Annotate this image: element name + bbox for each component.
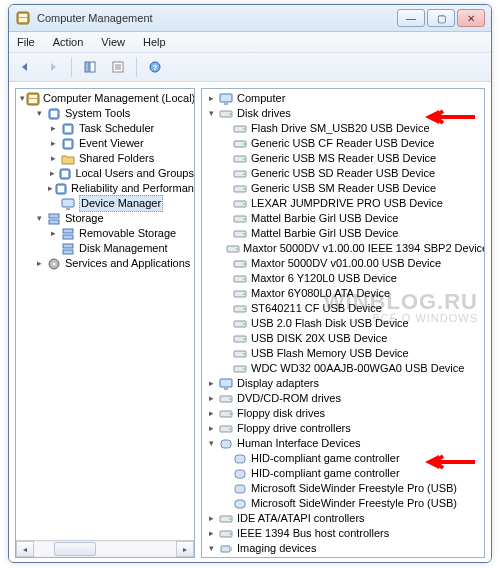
node-storage[interactable]: ▾ Storage [34, 211, 194, 226]
collapse-icon[interactable]: ▾ [34, 213, 45, 224]
menu-action[interactable]: Action [49, 35, 88, 49]
expand-icon[interactable]: ▸ [206, 528, 217, 539]
node-label: Removable Storage [79, 226, 176, 241]
hid-item[interactable]: ▸Microsoft SideWinder Freestyle Pro (USB… [220, 481, 484, 496]
minimize-button[interactable]: — [397, 9, 425, 27]
expand-icon[interactable]: ▸ [206, 423, 217, 434]
hid-item[interactable]: ▸HID-compliant game controller [220, 466, 484, 481]
expand-icon[interactable]: ▸ [206, 393, 217, 404]
menu-view[interactable]: View [97, 35, 129, 49]
expand-icon[interactable]: ▸ [48, 153, 59, 164]
collapse-icon[interactable]: ▾ [20, 93, 25, 104]
scroll-thumb[interactable] [54, 542, 96, 556]
node-floppy-drives[interactable]: ▸Floppy disk drives [206, 406, 484, 421]
removable-icon [60, 227, 76, 241]
drive-icon [218, 107, 234, 121]
close-button[interactable]: ✕ [457, 9, 485, 27]
help-button[interactable]: ? [143, 55, 167, 79]
node-computer[interactable]: ▸Computer [206, 91, 484, 106]
node-label: Event Viewer [79, 136, 144, 151]
expand-icon[interactable]: ▸ [48, 183, 53, 194]
node-shared-folders[interactable]: ▸Shared Folders [48, 151, 194, 166]
expand-icon[interactable]: ▸ [206, 378, 217, 389]
node-floppy-controllers[interactable]: ▸Floppy drive controllers [206, 421, 484, 436]
scroll-right-button[interactable]: ▸ [176, 541, 194, 557]
node-label: Maxtor 5000DV v1.00.00 IEEE 1394 SBP2 De… [243, 241, 484, 256]
node-label: Generic USB SM Reader USB Device [251, 181, 436, 196]
collapse-icon[interactable]: ▾ [206, 543, 217, 554]
expand-icon[interactable]: ▸ [206, 513, 217, 524]
collapse-icon[interactable]: ▾ [206, 438, 217, 449]
disk-drive-item[interactable]: ▸USB DISK 20X USB Device [220, 331, 484, 346]
expand-icon[interactable]: ▸ [34, 258, 45, 269]
nav-fwd-button[interactable] [41, 55, 65, 79]
node-root[interactable]: ▾ Computer Management (Local) [20, 91, 194, 106]
disk-drive-item[interactable]: ▸Maxtor 5000DV v01.00.00 USB Device [220, 256, 484, 271]
expand-icon[interactable]: ▸ [206, 93, 217, 104]
imaging-item[interactable]: ▸Panasonic DV Camcorder [220, 556, 484, 558]
node-disk-management[interactable]: ▸Disk Management [48, 241, 194, 256]
scroll-track[interactable] [34, 542, 176, 556]
expand-icon[interactable]: ▸ [48, 228, 59, 239]
disk-drive-item[interactable]: ▸USB Flash Memory USB Device [220, 346, 484, 361]
node-disk-drives[interactable]: ▾Disk drives [206, 106, 484, 121]
node-event-viewer[interactable]: ▸Event Viewer [48, 136, 194, 151]
node-device-manager[interactable]: ▸Device Manager [48, 196, 194, 211]
node-dvd[interactable]: ▸DVD/CD-ROM drives [206, 391, 484, 406]
console-tree-pane: ▾ Computer Management (Local) ▾ System T… [15, 88, 195, 558]
disk-drive-item[interactable]: ▸Mattel Barbie Girl USB Device [220, 211, 484, 226]
node-label: ST640211 CF USB Device [251, 301, 382, 316]
disk-drive-item[interactable]: ▸Generic USB CF Reader USB Device [220, 136, 484, 151]
disk-drive-item[interactable]: ▸Flash Drive SM_USB20 USB Device [220, 121, 484, 136]
horizontal-scrollbar[interactable]: ◂ ▸ [16, 540, 194, 557]
hid-item[interactable]: ▸Microsoft SideWinder Freestyle Pro (USB… [220, 496, 484, 511]
disk-drive-item[interactable]: ▸ST640211 CF USB Device [220, 301, 484, 316]
node-services[interactable]: ▸Services and Applications [34, 256, 194, 271]
collapse-icon[interactable]: ▾ [206, 108, 217, 119]
drive-icon [232, 347, 248, 361]
node-task-scheduler[interactable]: ▸Task Scheduler [48, 121, 194, 136]
expand-icon[interactable]: ▸ [206, 408, 217, 419]
disk-drive-item[interactable]: ▸Mattel Barbie Girl USB Device [220, 226, 484, 241]
nav-back-button[interactable] [13, 55, 37, 79]
node-system-tools[interactable]: ▾ System Tools [34, 106, 194, 121]
show-hide-tree-button[interactable] [78, 55, 102, 79]
node-ieee1394[interactable]: ▸IEEE 1394 Bus host controllers [206, 526, 484, 541]
node-removable-storage[interactable]: ▸Removable Storage [48, 226, 194, 241]
node-reliability[interactable]: ▸Reliability and Performance [48, 181, 194, 196]
hid-item[interactable]: ▸HID-compliant game controller [220, 451, 484, 466]
device-tree[interactable]: ▸Computer▾Disk drives▸Flash Drive SM_USB… [202, 89, 484, 558]
properties-button[interactable] [106, 55, 130, 79]
maximize-button[interactable]: ▢ [427, 9, 455, 27]
disk-drive-item[interactable]: ▸Generic USB SM Reader USB Device [220, 181, 484, 196]
disk-drive-item[interactable]: ▸WDC WD32 00AAJB-00WGA0 USB Device [220, 361, 484, 376]
disk-drive-item[interactable]: ▸Maxtor 5000DV v1.00.00 IEEE 1394 SBP2 D… [220, 241, 484, 256]
tools-icon [46, 107, 62, 121]
disk-drive-item[interactable]: ▸USB 2.0 Flash Disk USB Device [220, 316, 484, 331]
disk-drive-item[interactable]: ▸Generic USB MS Reader USB Device [220, 151, 484, 166]
menu-file[interactable]: File [13, 35, 39, 49]
node-imaging[interactable]: ▾Imaging devices [206, 541, 484, 556]
node-ide[interactable]: ▸IDE ATA/ATAPI controllers [206, 511, 484, 526]
svg-rect-16 [85, 62, 89, 72]
expand-icon[interactable]: ▸ [48, 138, 59, 149]
drive-icon [232, 287, 248, 301]
node-hid[interactable]: ▾Human Interface Devices [206, 436, 484, 451]
device-tree-pane: ▸Computer▾Disk drives▸Flash Drive SM_USB… [201, 88, 485, 558]
expand-icon[interactable]: ▸ [48, 123, 59, 134]
menu-help[interactable]: Help [139, 35, 170, 49]
scroll-left-button[interactable]: ◂ [16, 541, 34, 557]
mmc-icon [26, 92, 40, 106]
disk-drive-item[interactable]: ▸Maxtor 6Y080L0 ATA Device [220, 286, 484, 301]
disk-drive-item[interactable]: ▸LEXAR JUMPDRIVE PRO USB Device [220, 196, 484, 211]
titlebar[interactable]: Computer Management — ▢ ✕ [9, 5, 491, 32]
node-display-adapters[interactable]: ▸Display adapters [206, 376, 484, 391]
console-tree[interactable]: ▾ Computer Management (Local) ▾ System T… [16, 89, 194, 271]
disk-drive-item[interactable]: ▸Generic USB SD Reader USB Device [220, 166, 484, 181]
expand-icon[interactable]: ▸ [48, 168, 57, 179]
node-local-users[interactable]: ▸Local Users and Groups [48, 166, 194, 181]
menubar: File Action View Help [9, 32, 491, 53]
collapse-icon[interactable]: ▾ [34, 108, 45, 119]
node-label: Computer [237, 91, 285, 106]
disk-drive-item[interactable]: ▸Maxtor 6 Y120L0 USB Device [220, 271, 484, 286]
